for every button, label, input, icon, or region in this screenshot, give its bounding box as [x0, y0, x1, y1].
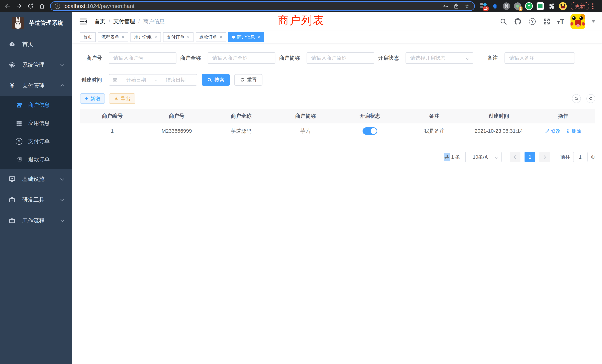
browser-extensions: 10 ⌘ 1 Y: [480, 2, 567, 10]
show-search-toggle-button[interactable]: [572, 94, 581, 103]
date-range-picker[interactable]: 开始日期 - 结束日期: [109, 74, 197, 86]
extension-pin-icon[interactable]: [491, 2, 499, 10]
avatar-dropdown-caret[interactable]: [592, 20, 595, 23]
sidebar-item-system[interactable]: 系统管理: [0, 54, 72, 75]
browser-forward-icon[interactable]: [16, 3, 23, 10]
sidebar-item-app-info[interactable]: 应用信息: [0, 114, 72, 132]
prev-page-button[interactable]: [510, 152, 520, 162]
extensions-puzzle-icon[interactable]: [548, 2, 556, 10]
calendar-icon: [112, 77, 118, 83]
short-name-label: 商户简称: [279, 54, 300, 62]
briefcase-icon: [8, 195, 16, 204]
github-icon[interactable]: [514, 17, 522, 26]
table-header: 商户编号 商户号 商户全称 商户简称 开启状态 备注 创建时间 操作: [80, 109, 595, 123]
browser-menu-icon[interactable]: [592, 3, 593, 9]
add-button[interactable]: + 新增: [80, 93, 105, 104]
sidebar-item-label: 支付管理: [22, 82, 61, 89]
browser-update-button[interactable]: 更新: [571, 2, 589, 10]
top-navbar: 首页 / 支付管理 / 商户信息 商户列表 ?: [72, 12, 602, 31]
close-icon[interactable]: [121, 35, 125, 39]
merchant-no-input[interactable]: [109, 52, 176, 64]
current-page-button[interactable]: 1: [525, 152, 535, 162]
chevron-down-icon: [60, 218, 64, 222]
sidebar-item-pay-order[interactable]: ¥ 支付订单: [0, 132, 72, 150]
merchant-table: 商户编号 商户号 商户全称 商户简称 开启状态 备注 创建时间 操作 1 M23…: [80, 109, 595, 139]
full-name-input[interactable]: [208, 52, 275, 64]
close-icon[interactable]: [187, 35, 190, 39]
password-key-icon[interactable]: [442, 3, 449, 9]
start-date-placeholder: 开始日期: [118, 76, 154, 83]
sidebar-item-workflow[interactable]: 工作流程: [0, 210, 72, 231]
extension-notes-icon[interactable]: [536, 2, 544, 10]
sidebar-item-home[interactable]: 首页: [0, 34, 72, 54]
delete-link[interactable]: 删除: [566, 128, 581, 134]
close-icon[interactable]: [154, 35, 157, 39]
breadcrumb-payment[interactable]: 支付管理: [113, 18, 135, 25]
extension-badge: 1: [519, 7, 523, 11]
tab-user-group[interactable]: 用户分组: [130, 32, 161, 42]
active-dot: [232, 36, 235, 39]
create-time-label: 创建时间: [80, 76, 102, 83]
sidebar-collapse-icon[interactable]: [79, 17, 87, 26]
sidebar-item-dev-tools[interactable]: 研发工具: [0, 189, 72, 210]
sidebar-item-label: 研发工具: [22, 196, 61, 204]
short-name-input[interactable]: [307, 52, 374, 64]
tab-merchant-info[interactable]: 商户信息: [228, 32, 264, 42]
sidebar-item-infrastructure[interactable]: 基础设施: [0, 169, 72, 189]
page-info-icon[interactable]: i: [55, 3, 60, 9]
fullscreen-icon[interactable]: [543, 17, 551, 26]
close-icon[interactable]: [219, 35, 223, 39]
browser-back-icon[interactable]: [4, 3, 11, 10]
refresh-button[interactable]: [586, 94, 595, 103]
tab-pay-order[interactable]: 支付订单: [163, 32, 194, 42]
app-logo[interactable]: 芋道管理系统: [0, 12, 72, 34]
sidebar: 芋道管理系统 首页 系统管理 ¥ 支付管理: [0, 12, 72, 364]
tab-refund-order[interactable]: 退款订单: [196, 32, 226, 42]
share-icon[interactable]: [453, 3, 460, 9]
pencil-icon: [545, 129, 549, 133]
search-button[interactable]: 搜索: [202, 74, 230, 86]
sidebar-item-merchant-info[interactable]: 商户信息: [0, 96, 72, 114]
extension-command-icon[interactable]: ⌘: [502, 2, 510, 10]
full-name-label: 商户全称: [180, 54, 201, 62]
breadcrumb-home[interactable]: 首页: [95, 18, 105, 25]
remark-input[interactable]: [505, 52, 575, 64]
extension-proxy-icon[interactable]: 1: [514, 2, 522, 10]
avatar[interactable]: [570, 14, 585, 29]
tab-process-form[interactable]: 流程表单: [98, 32, 128, 42]
sidebar-item-refund-order[interactable]: 退款订单: [0, 150, 72, 169]
sidebar-item-payment[interactable]: ¥ 支付管理: [0, 75, 72, 96]
browser-home-icon[interactable]: [39, 3, 46, 10]
extension-emoji-icon[interactable]: [559, 2, 567, 10]
close-icon[interactable]: [257, 35, 260, 39]
payment-submenu: 商户信息 应用信息 ¥ 支付订单: [0, 96, 72, 169]
breadcrumb-current: 商户信息: [143, 18, 165, 25]
cell-create-time: 2021-10-23 08:31:14: [466, 128, 531, 134]
status-toggle[interactable]: [363, 127, 377, 135]
extension-y-icon[interactable]: Y: [525, 2, 533, 10]
edit-link[interactable]: 修改: [545, 128, 560, 134]
address-bar[interactable]: i localhost:1024/pay/merchant ☆: [50, 1, 475, 11]
next-page-button[interactable]: [539, 152, 550, 162]
briefcase-icon: [8, 216, 16, 225]
cell-merchant-no: M233666999: [145, 128, 209, 134]
col-remark: 备注: [402, 113, 467, 119]
chevron-down-icon: [60, 197, 64, 201]
goto-page-input[interactable]: [573, 152, 588, 162]
url-text[interactable]: localhost:1024/pay/merchant: [63, 3, 135, 9]
download-icon: [114, 96, 119, 101]
export-button[interactable]: 导出: [109, 93, 135, 104]
page-size-select[interactable]: 10条/页: [465, 152, 502, 162]
font-size-icon[interactable]: TT: [557, 18, 564, 25]
status-select[interactable]: 请选择开启状态: [406, 52, 473, 64]
tab-home[interactable]: 首页: [80, 32, 96, 42]
bookmark-star-icon[interactable]: ☆: [464, 3, 470, 9]
page-unit-label: 页: [591, 154, 595, 160]
help-icon[interactable]: ?: [528, 17, 536, 26]
reset-button[interactable]: 重置: [234, 74, 262, 86]
chevron-down-icon: [60, 176, 64, 180]
browser-reload-icon[interactable]: [27, 3, 34, 10]
search-icon[interactable]: [499, 17, 507, 26]
document-copy-icon: [15, 156, 23, 163]
extension-tabs-icon[interactable]: 10: [480, 2, 488, 10]
